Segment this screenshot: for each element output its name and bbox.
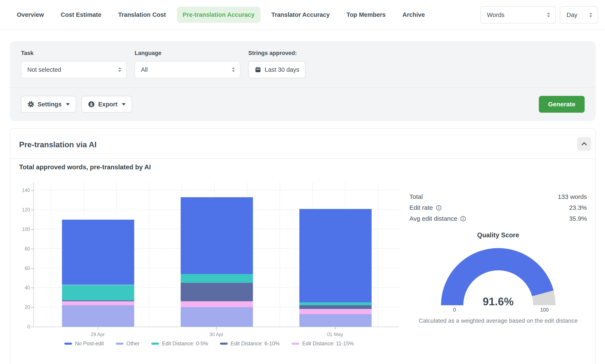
tab-cost-estimate[interactable]: Cost Estimate [61, 11, 101, 18]
download-icon [88, 101, 95, 108]
tab-pre-translation-accuracy[interactable]: Pre-translation Accuracy [177, 7, 261, 23]
chart-legend: No Post-editOtherEdit Distance: 0-5%Edit… [19, 340, 399, 347]
period-select[interactable]: Day [560, 6, 598, 24]
strings-approved-label: Strings approved: [248, 50, 305, 56]
collapse-button[interactable] [577, 137, 591, 151]
legend-label: No Post-edit [75, 340, 104, 347]
y-axis-tick [31, 327, 34, 327]
updown-arrows-icon [231, 66, 236, 73]
task-label: Task [21, 50, 127, 56]
stat-value: 133 words [558, 193, 587, 201]
info-icon[interactable] [436, 205, 441, 211]
settings-label: Settings [38, 101, 62, 108]
bar-segment-edit-distance-11-15[interactable] [181, 301, 253, 307]
bar-segment-no-post-edit[interactable] [181, 197, 253, 274]
plot-area [33, 182, 399, 327]
card-title: Pre-translation via AI [19, 140, 591, 149]
tab-overview[interactable]: Overview [17, 11, 44, 18]
stat-value: 23.3% [569, 204, 587, 212]
bar-30-apr[interactable] [181, 197, 253, 327]
date-range-button[interactable]: Last 30 days [248, 61, 305, 78]
task-field: Task Not selected [21, 50, 127, 78]
gear-icon [27, 101, 34, 108]
y-axis-tick-label: 20 [19, 304, 30, 310]
legend-item-edit-distance-6-10[interactable]: Edit Distance: 6-10% [220, 340, 280, 347]
gauge-caption: Calculated as a weighted average based o… [409, 317, 587, 324]
x-axis-tick-label: 01 May [327, 332, 343, 337]
unit-select[interactable]: Words [480, 6, 556, 24]
tab-top-members[interactable]: Top Members [347, 11, 386, 18]
gauge-title: Quality Score [409, 231, 587, 239]
bar-segment-edit-distance-0-5[interactable] [299, 302, 371, 305]
tab-archive[interactable]: Archive [402, 11, 425, 18]
plot-wrap: 02040608010012014029 Apr30 Apr01 May [19, 182, 399, 327]
task-select-value: Not selected [27, 66, 61, 73]
y-axis-tick-label: 140 [19, 188, 30, 193]
bar-01-may[interactable] [299, 209, 371, 327]
export-button[interactable]: Export [82, 96, 132, 113]
updown-arrows-icon [546, 12, 551, 18]
legend-item-other[interactable]: Other [116, 340, 140, 347]
bar-segment-edit-distance-11-15[interactable] [62, 301, 134, 305]
info-icon[interactable] [460, 216, 466, 221]
bar-segment-other[interactable] [299, 314, 371, 327]
y-axis-tick [31, 210, 34, 210]
bar-29-apr[interactable] [62, 220, 134, 327]
x-axis-tick-label: 30 Apr [209, 332, 223, 337]
chevron-down-icon [122, 103, 126, 105]
x-axis-tick [335, 327, 335, 330]
stat-label-text: Total [409, 193, 423, 201]
chevron-up-icon [581, 140, 588, 147]
legend-swatch [64, 343, 72, 345]
stat-row-edit-rate: Edit rate23.3% [409, 204, 587, 212]
bar-segment-other[interactable] [181, 307, 253, 327]
card-header: Pre-translation via AI [10, 129, 595, 159]
vertical-gridline [149, 182, 149, 327]
stat-label: Edit rate [409, 204, 441, 212]
settings-button[interactable]: Settings [21, 96, 76, 113]
stats-column: Total133 wordsEdit rate23.3%Avg edit dis… [399, 171, 591, 347]
language-select[interactable]: All [135, 61, 240, 78]
legend-label: Other [126, 340, 140, 347]
tab-translation-cost[interactable]: Translation Cost [118, 11, 166, 18]
bar-segment-edit-distance-6-10[interactable] [62, 300, 134, 301]
language-select-value: All [141, 66, 148, 73]
bar-segment-edit-distance-0-5[interactable] [181, 274, 253, 283]
y-axis-tick [31, 249, 34, 249]
stat-row-avg-edit-distance: Avg edit distance35.9% [409, 215, 587, 223]
legend-item-edit-distance-11-15[interactable]: Edit Distance: 11-15% [291, 340, 354, 347]
bar-segment-no-post-edit[interactable] [62, 220, 134, 285]
legend-item-no-post-edit[interactable]: No Post-edit [64, 340, 104, 347]
stat-label-text: Edit rate [409, 204, 433, 212]
bar-segment-edit-distance-11-15[interactable] [299, 309, 371, 314]
gauge-value: 91.6% [483, 295, 514, 308]
y-axis-tick [31, 307, 34, 308]
bar-segment-edit-distance-6-10[interactable] [299, 305, 371, 309]
legend-item-edit-distance-0-5[interactable]: Edit Distance: 0-5% [151, 340, 208, 347]
stat-value: 35.9% [569, 215, 587, 223]
export-label: Export [98, 101, 117, 108]
y-axis-tick-label: 60 [19, 266, 30, 271]
bar-segment-edit-distance-0-5[interactable] [62, 285, 134, 300]
legend-label: Edit Distance: 6-10% [231, 340, 280, 347]
y-axis-tick [31, 268, 34, 269]
legend-label: Edit Distance: 11-15% [302, 340, 354, 347]
stat-label: Total [409, 193, 423, 201]
legend-swatch [116, 343, 124, 345]
x-axis-tick [98, 327, 98, 330]
generate-button[interactable]: Generate [539, 96, 585, 113]
quality-gauge: 91.6% 0 100 [440, 244, 557, 314]
updown-arrows-icon [117, 66, 122, 73]
bar-segment-edit-distance-6-10[interactable] [181, 283, 253, 301]
task-select[interactable]: Not selected [21, 61, 127, 78]
y-axis-tick-label: 120 [19, 207, 30, 213]
bar-segment-no-post-edit[interactable] [299, 209, 371, 302]
chart-column: 02040608010012014029 Apr30 Apr01 May No … [19, 171, 399, 347]
nav-tabs: OverviewCost EstimateTranslation CostPre… [17, 0, 425, 30]
tab-translator-accuracy[interactable]: Translator Accuracy [271, 11, 330, 18]
legend-swatch [220, 343, 228, 345]
vertical-gridline [51, 182, 52, 327]
bar-segment-other[interactable] [62, 305, 134, 327]
period-select-value: Day [566, 12, 578, 18]
calendar-icon [255, 66, 261, 73]
